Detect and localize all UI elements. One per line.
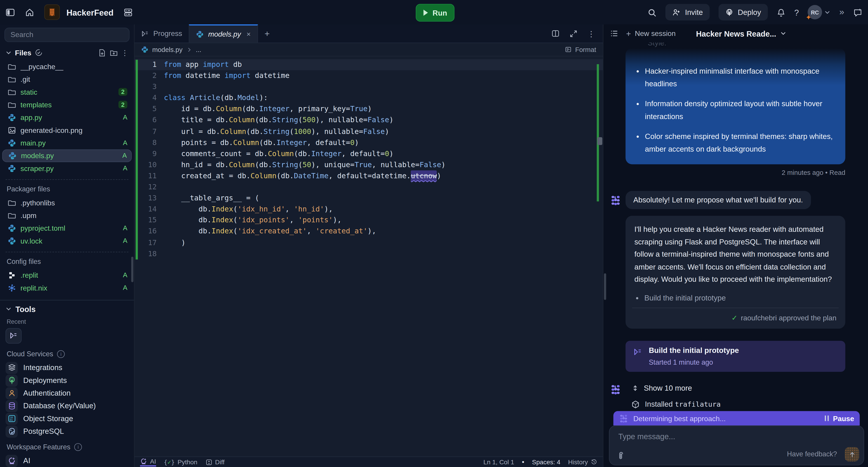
- file-name: templates: [21, 101, 114, 109]
- cursor-position[interactable]: Ln 1, Col 1: [484, 459, 514, 465]
- send-button[interactable]: [845, 447, 859, 462]
- breadcrumb-file[interactable]: models.py: [152, 46, 182, 53]
- sidebar-item-object-storage[interactable]: Object Storage: [0, 412, 134, 425]
- code-line-10[interactable]: 10 hn_id = db.Column(db.String(50), uniq…: [134, 159, 603, 170]
- code-line-5[interactable]: 5 id = db.Column(db.Integer, primary_key…: [134, 104, 603, 115]
- file-row-.upm[interactable]: .upm: [2, 209, 132, 222]
- code-line-2[interactable]: 2from datetime import datetime: [134, 70, 603, 81]
- file-badge: A: [122, 152, 127, 159]
- file-row-scraper.py[interactable]: scraper.pyA: [2, 162, 132, 174]
- editor-scrollbar[interactable]: [597, 137, 602, 145]
- code-line-11[interactable]: 11 created_at = db.Column(db.DateTime, d…: [134, 170, 603, 181]
- new-file-icon[interactable]: [98, 48, 106, 57]
- app-icon[interactable]: [44, 4, 60, 20]
- code-editor[interactable]: 1from app import db2from datetime import…: [134, 57, 603, 457]
- feedback-link[interactable]: Have feedback?: [787, 450, 837, 458]
- sidebar-item-integrations[interactable]: Integrations: [0, 361, 134, 374]
- run-button[interactable]: Run: [416, 4, 454, 22]
- code-line-13[interactable]: 13 __table_args__ = (: [134, 193, 603, 204]
- expand-icon[interactable]: [569, 30, 577, 37]
- sidebar-item-database-key-value-[interactable]: Database (Key/Value): [0, 399, 134, 412]
- assistant-chat-icon[interactable]: [853, 7, 863, 17]
- code-line-3[interactable]: 3: [134, 81, 603, 92]
- chat-scroll-area[interactable]: Style: Hacker-inspired minimalist interf…: [603, 43, 868, 411]
- file-row-replit.nix[interactable]: replit.nixA: [2, 281, 132, 294]
- tab-models-py[interactable]: models.py ×: [189, 24, 258, 43]
- code-line-7[interactable]: 7 url = db.Column(db.String(1000), nulla…: [134, 126, 603, 137]
- search-input[interactable]: [4, 28, 129, 42]
- show-more-row[interactable]: Show 10 more: [603, 383, 868, 392]
- installed-row: Installed trafilatura: [631, 400, 868, 408]
- sidebar-scrollbar[interactable]: [131, 257, 133, 282]
- code-lines[interactable]: 1from app import db2from datetime import…: [134, 59, 603, 259]
- code-line-14[interactable]: 14 db.Index('idx_hn_id', 'hn_id'),: [134, 204, 603, 215]
- collapse-panel-icon[interactable]: »: [839, 7, 844, 17]
- check-circle-icon[interactable]: [35, 49, 42, 57]
- code-line-1[interactable]: 1from app import db: [134, 59, 603, 70]
- code-line-18[interactable]: 18: [134, 248, 603, 259]
- file-row-.pythonlibs[interactable]: .pythonlibs: [2, 196, 132, 209]
- recent-tool-progress[interactable]: [5, 328, 22, 344]
- code-line-4[interactable]: 4class Article(db.Model):: [134, 93, 603, 104]
- chevron-down-icon[interactable]: [5, 49, 11, 56]
- file-row-models.py[interactable]: models.pyA: [2, 149, 132, 162]
- file-row-generated-icon.png[interactable]: generated-icon.png: [2, 124, 132, 136]
- file-row-.git[interactable]: .git: [2, 73, 132, 86]
- chat-scrollbar[interactable]: [604, 273, 606, 300]
- invite-button[interactable]: Invite: [666, 4, 710, 20]
- help-icon[interactable]: ?: [794, 7, 799, 17]
- deploy-button[interactable]: Deploy: [718, 4, 768, 20]
- attach-file-icon[interactable]: [616, 450, 625, 460]
- code-line-15[interactable]: 15 db.Index('idx_points', 'points'),: [134, 215, 603, 226]
- editor-menu-icon[interactable]: ⋮: [587, 29, 595, 38]
- sidebar-item-ai[interactable]: AI: [0, 454, 134, 467]
- code-line-12[interactable]: 12: [134, 181, 603, 193]
- sidebar-item-authentication[interactable]: Authentication: [0, 387, 134, 399]
- app-title[interactable]: HackerFeed: [66, 7, 114, 17]
- session-title[interactable]: Hacker News Reade...: [696, 29, 786, 38]
- message-input[interactable]: [617, 431, 856, 447]
- code-line-6[interactable]: 6 title = db.Column(db.String(500), null…: [134, 115, 603, 126]
- status-language[interactable]: {✓} Python: [164, 459, 197, 466]
- close-tab-icon[interactable]: ×: [246, 30, 251, 38]
- info-icon[interactable]: i: [74, 443, 82, 451]
- new-tab-button[interactable]: +: [258, 24, 276, 43]
- format-button[interactable]: Format: [565, 46, 596, 53]
- pause-button[interactable]: Pause: [825, 414, 854, 423]
- file-row-main.py[interactable]: main.pyA: [2, 136, 132, 149]
- task-card[interactable]: Build the initial prototype Started 1 mi…: [625, 340, 845, 371]
- tab-bar: Progress models.py × + ⋮: [134, 24, 603, 43]
- indent-setting[interactable]: Spaces: 4: [532, 459, 560, 465]
- code-line-9[interactable]: 9 comments_count = db.Column(db.Integer,…: [134, 148, 603, 159]
- notifications-icon[interactable]: [776, 7, 785, 17]
- info-icon[interactable]: i: [57, 350, 65, 358]
- new-folder-icon[interactable]: [110, 48, 118, 57]
- file-row-app.py[interactable]: app.pyA: [2, 111, 132, 124]
- code-line-17[interactable]: 17 ): [134, 237, 603, 248]
- account-menu[interactable]: RC ✦: [808, 5, 830, 20]
- file-row-pyproject.toml[interactable]: pyproject.tomlA: [2, 222, 132, 234]
- search-icon[interactable]: [648, 7, 657, 17]
- history-button[interactable]: History: [568, 459, 597, 465]
- session-list-icon[interactable]: [610, 29, 618, 38]
- tab-progress[interactable]: Progress: [134, 24, 189, 43]
- file-row-.replit[interactable]: .replitA: [2, 269, 132, 281]
- file-row-static[interactable]: static2: [2, 86, 132, 98]
- resource-status-icon[interactable]: [123, 7, 133, 17]
- sidebar-item-deployments[interactable]: Deployments: [0, 374, 134, 387]
- new-session-button[interactable]: + New session: [626, 29, 676, 38]
- status-diff[interactable]: Diff: [205, 459, 225, 466]
- file-row-__pycache__[interactable]: __pycache__: [2, 60, 132, 73]
- sidebar-toggle-icon[interactable]: [5, 7, 15, 17]
- file-row-uv.lock[interactable]: uv.lockA: [2, 234, 132, 247]
- home-icon[interactable]: [25, 7, 34, 17]
- breadcrumb-more[interactable]: ...: [196, 46, 202, 53]
- code-line-16[interactable]: 16 db.Index('idx_created_at', 'created_a…: [134, 226, 603, 237]
- file-row-templates[interactable]: templates2: [2, 98, 132, 111]
- split-view-icon[interactable]: [551, 29, 560, 38]
- code-line-8[interactable]: 8 points = db.Column(db.Integer, default…: [134, 137, 603, 148]
- sidebar-item-postgresql[interactable]: PostgreSQL: [0, 425, 134, 438]
- chevron-down-icon[interactable]: [5, 306, 11, 312]
- status-ai[interactable]: AI: [140, 458, 156, 466]
- files-menu-icon[interactable]: ⋮: [121, 48, 128, 57]
